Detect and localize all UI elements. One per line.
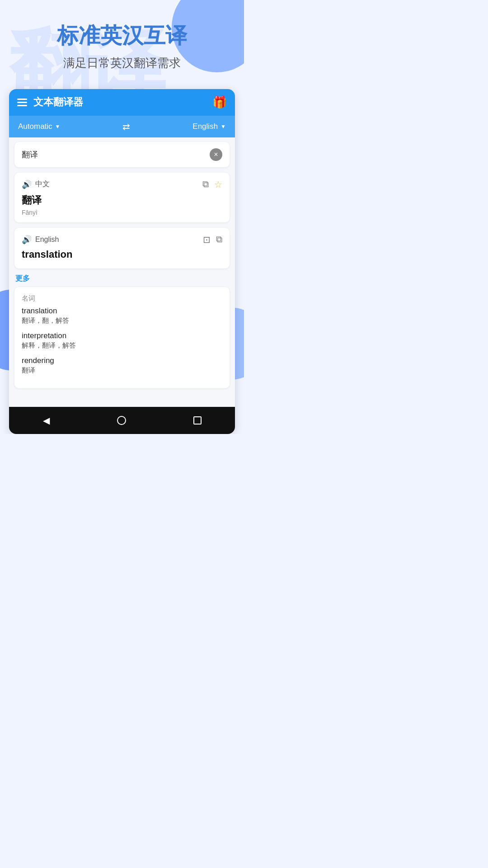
back-icon: ◀: [43, 415, 50, 426]
target-lang-arrow: ▼: [221, 123, 226, 130]
recents-button[interactable]: [184, 413, 211, 428]
more-word-3: rendering: [22, 356, 222, 365]
main-area: 翻译 × 🔊 中文 ⧉ ☆ 翻译 Fānyì: [9, 137, 235, 407]
app-toolbar: 文本翻译器 🎁: [9, 89, 235, 116]
list-item: translation 翻译，翻，解答: [22, 307, 222, 325]
chinese-result-text: 翻译: [22, 193, 222, 207]
more-card: 名词 translation 翻译，翻，解答 interpretation 解释…: [14, 287, 230, 388]
english-speaker-button[interactable]: 🔊: [22, 235, 32, 245]
source-lang-selector[interactable]: Automatic ▼: [18, 122, 60, 131]
recents-icon: [193, 416, 202, 425]
more-label: 更多: [14, 274, 230, 283]
hero-subtitle: 满足日常英汉翻译需求: [18, 55, 226, 71]
chinese-result-card: 🔊 中文 ⧉ ☆ 翻译 Fānyì: [14, 173, 230, 222]
source-lang-label: Automatic: [18, 122, 52, 131]
list-item: rendering 翻译: [22, 356, 222, 375]
menu-button[interactable]: [17, 99, 27, 106]
gift-button[interactable]: 🎁: [212, 95, 227, 109]
chinese-speaker-button[interactable]: 🔊: [22, 179, 32, 189]
more-def-3: 翻译: [22, 366, 222, 375]
app-container: 文本翻译器 🎁 Automatic ▼ ⇄ English ▼ 翻译 ×: [9, 89, 235, 434]
hero-title: 标准英汉互译: [18, 23, 226, 49]
home-button[interactable]: [108, 412, 135, 429]
english-result-card: 🔊 English ⊡ ⧉ translation: [14, 228, 230, 269]
more-def-1: 翻译，翻，解答: [22, 316, 222, 325]
english-result-text: translation: [22, 249, 222, 260]
app-title: 文本翻译器: [33, 95, 83, 109]
more-category: 名词: [22, 294, 222, 303]
source-lang-arrow: ▼: [55, 123, 61, 130]
hero-section: 标准英汉互译 满足日常英汉翻译需求: [0, 0, 244, 85]
bottom-navigation: ◀: [9, 407, 235, 434]
language-bar: Automatic ▼ ⇄ English ▼: [9, 116, 235, 137]
chinese-lang-label: 中文: [35, 179, 50, 189]
star-chinese-button[interactable]: ☆: [214, 179, 222, 190]
more-def-2: 解释，翻译，解答: [22, 341, 222, 350]
back-button[interactable]: ◀: [34, 411, 59, 429]
more-word-1: translation: [22, 307, 222, 316]
clear-icon: ×: [214, 151, 218, 159]
home-icon: [117, 416, 126, 425]
input-text[interactable]: 翻译: [22, 149, 210, 160]
input-card: 翻译 ×: [14, 142, 230, 167]
target-lang-selector[interactable]: English ▼: [192, 122, 226, 131]
copy-chinese-button[interactable]: ⧉: [202, 179, 209, 190]
copy-english-button[interactable]: ⧉: [216, 234, 222, 245]
swap-languages-button[interactable]: ⇄: [122, 121, 130, 132]
more-word-2: interpretation: [22, 331, 222, 340]
clear-button[interactable]: ×: [210, 148, 222, 161]
external-english-button[interactable]: ⊡: [203, 234, 211, 245]
chinese-pinyin: Fānyì: [22, 209, 222, 216]
more-section: 更多 名词 translation 翻译，翻，解答 interpretation…: [14, 274, 230, 404]
target-lang-label: English: [192, 122, 218, 131]
english-lang-label: English: [35, 236, 59, 244]
list-item: interpretation 解释，翻译，解答: [22, 331, 222, 350]
